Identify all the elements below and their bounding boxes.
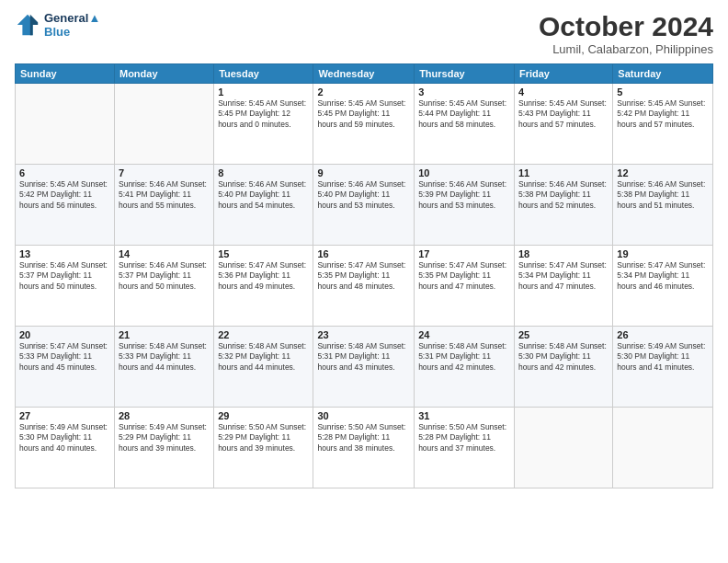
table-cell: 17Sunrise: 5:47 AM Sunset: 5:35 PM Dayli… [415,246,515,327]
day-info: Sunrise: 5:47 AM Sunset: 5:35 PM Dayligh… [418,260,510,292]
day-info: Sunrise: 5:45 AM Sunset: 5:45 PM Dayligh… [317,98,410,130]
day-info: Sunrise: 5:45 AM Sunset: 5:42 PM Dayligh… [617,98,709,130]
table-cell: 11Sunrise: 5:46 AM Sunset: 5:38 PM Dayli… [514,165,612,246]
day-number: 9 [317,167,410,178]
day-number: 8 [218,167,309,178]
table-cell: 10Sunrise: 5:46 AM Sunset: 5:39 PM Dayli… [415,165,515,246]
day-number: 28 [119,410,210,421]
day-info: Sunrise: 5:50 AM Sunset: 5:29 PM Dayligh… [218,422,309,454]
col-wednesday: Wednesday [313,64,415,84]
day-number: 16 [317,248,410,259]
table-cell: 12Sunrise: 5:46 AM Sunset: 5:38 PM Dayli… [613,165,713,246]
day-number: 3 [418,86,510,98]
table-cell: 16Sunrise: 5:47 AM Sunset: 5:35 PM Dayli… [313,246,415,327]
day-info: Sunrise: 5:46 AM Sunset: 5:39 PM Dayligh… [418,179,510,211]
day-number: 29 [218,410,309,421]
day-info: Sunrise: 5:46 AM Sunset: 5:40 PM Dayligh… [317,179,410,211]
day-info: Sunrise: 5:46 AM Sunset: 5:38 PM Dayligh… [617,179,709,211]
title-block: October 2024 Lumil, Calabarzon, Philippi… [539,11,713,56]
day-info: Sunrise: 5:45 AM Sunset: 5:45 PM Dayligh… [218,98,309,130]
calendar-body: 1Sunrise: 5:45 AM Sunset: 5:45 PM Daylig… [16,84,713,488]
day-info: Sunrise: 5:48 AM Sunset: 5:30 PM Dayligh… [518,341,609,373]
day-info: Sunrise: 5:47 AM Sunset: 5:34 PM Dayligh… [518,260,609,292]
day-number: 23 [317,329,410,340]
day-info: Sunrise: 5:47 AM Sunset: 5:33 PM Dayligh… [19,341,110,373]
day-info: Sunrise: 5:46 AM Sunset: 5:41 PM Dayligh… [119,179,210,211]
page: General▲ Blue October 2024 Lumil, Calaba… [0,0,728,563]
day-number: 25 [518,329,609,340]
day-number: 18 [518,248,609,259]
col-sunday: Sunday [16,64,115,84]
calendar-week-4: 20Sunrise: 5:47 AM Sunset: 5:33 PM Dayli… [16,327,713,408]
col-saturday: Saturday [613,64,713,84]
table-cell: 30Sunrise: 5:50 AM Sunset: 5:28 PM Dayli… [313,408,415,488]
day-info: Sunrise: 5:47 AM Sunset: 5:36 PM Dayligh… [218,260,309,292]
day-number: 4 [518,86,609,98]
table-cell: 28Sunrise: 5:49 AM Sunset: 5:29 PM Dayli… [114,408,213,488]
table-cell: 18Sunrise: 5:47 AM Sunset: 5:34 PM Dayli… [514,246,612,327]
table-cell: 24Sunrise: 5:48 AM Sunset: 5:31 PM Dayli… [415,327,515,408]
day-info: Sunrise: 5:48 AM Sunset: 5:31 PM Dayligh… [418,341,510,373]
table-cell: 25Sunrise: 5:48 AM Sunset: 5:30 PM Dayli… [514,327,612,408]
table-cell: 14Sunrise: 5:46 AM Sunset: 5:37 PM Dayli… [114,246,213,327]
day-info: Sunrise: 5:46 AM Sunset: 5:37 PM Dayligh… [19,260,110,292]
day-info: Sunrise: 5:47 AM Sunset: 5:35 PM Dayligh… [317,260,410,292]
day-info: Sunrise: 5:49 AM Sunset: 5:30 PM Dayligh… [19,422,110,454]
day-info: Sunrise: 5:45 AM Sunset: 5:43 PM Dayligh… [518,98,609,130]
table-cell: 29Sunrise: 5:50 AM Sunset: 5:29 PM Dayli… [214,408,313,488]
day-number: 11 [518,167,609,178]
day-number: 19 [617,248,709,259]
table-cell [514,408,612,488]
table-cell: 19Sunrise: 5:47 AM Sunset: 5:34 PM Dayli… [613,246,713,327]
logo-icon [15,12,40,38]
logo: General▲ Blue [15,11,100,39]
table-cell: 9Sunrise: 5:46 AM Sunset: 5:40 PM Daylig… [313,165,415,246]
day-number: 1 [218,86,309,98]
table-cell: 22Sunrise: 5:48 AM Sunset: 5:32 PM Dayli… [214,327,313,408]
table-cell [16,84,115,165]
table-cell [613,408,713,488]
calendar-week-2: 6Sunrise: 5:45 AM Sunset: 5:42 PM Daylig… [16,165,713,246]
day-number: 20 [19,329,110,340]
day-number: 26 [617,329,709,340]
header: General▲ Blue October 2024 Lumil, Calaba… [15,11,713,56]
table-cell: 7Sunrise: 5:46 AM Sunset: 5:41 PM Daylig… [114,165,213,246]
table-cell: 15Sunrise: 5:47 AM Sunset: 5:36 PM Dayli… [214,246,313,327]
table-cell: 21Sunrise: 5:48 AM Sunset: 5:33 PM Dayli… [114,327,213,408]
calendar-week-5: 27Sunrise: 5:49 AM Sunset: 5:30 PM Dayli… [16,408,713,488]
day-info: Sunrise: 5:49 AM Sunset: 5:29 PM Dayligh… [119,422,210,454]
day-number: 22 [218,329,309,340]
day-number: 30 [317,410,410,421]
table-cell: 1Sunrise: 5:45 AM Sunset: 5:45 PM Daylig… [214,84,313,165]
day-info: Sunrise: 5:45 AM Sunset: 5:44 PM Dayligh… [418,98,510,130]
day-number: 27 [19,410,110,421]
col-thursday: Thursday [415,64,515,84]
day-info: Sunrise: 5:50 AM Sunset: 5:28 PM Dayligh… [418,422,510,454]
table-cell: 5Sunrise: 5:45 AM Sunset: 5:42 PM Daylig… [613,84,713,165]
table-cell: 26Sunrise: 5:49 AM Sunset: 5:30 PM Dayli… [613,327,713,408]
day-number: 17 [418,248,510,259]
col-tuesday: Tuesday [214,64,313,84]
day-number: 2 [317,86,410,98]
table-cell: 6Sunrise: 5:45 AM Sunset: 5:42 PM Daylig… [16,165,115,246]
col-friday: Friday [514,64,612,84]
day-number: 21 [119,329,210,340]
day-info: Sunrise: 5:48 AM Sunset: 5:33 PM Dayligh… [119,341,210,373]
day-number: 10 [418,167,510,178]
logo-text: General▲ Blue [44,11,100,39]
day-number: 14 [119,248,210,259]
table-cell: 31Sunrise: 5:50 AM Sunset: 5:28 PM Dayli… [415,408,515,488]
day-info: Sunrise: 5:49 AM Sunset: 5:30 PM Dayligh… [617,341,709,373]
day-number: 13 [19,248,110,259]
calendar-week-1: 1Sunrise: 5:45 AM Sunset: 5:45 PM Daylig… [16,84,713,165]
location: Lumil, Calabarzon, Philippines [539,42,713,56]
day-number: 6 [19,167,110,178]
day-number: 5 [617,86,709,98]
day-number: 7 [119,167,210,178]
table-cell: 4Sunrise: 5:45 AM Sunset: 5:43 PM Daylig… [514,84,612,165]
day-number: 12 [617,167,709,178]
table-cell: 3Sunrise: 5:45 AM Sunset: 5:44 PM Daylig… [415,84,515,165]
calendar-week-3: 13Sunrise: 5:46 AM Sunset: 5:37 PM Dayli… [16,246,713,327]
day-info: Sunrise: 5:46 AM Sunset: 5:40 PM Dayligh… [218,179,309,211]
day-number: 24 [418,329,510,340]
